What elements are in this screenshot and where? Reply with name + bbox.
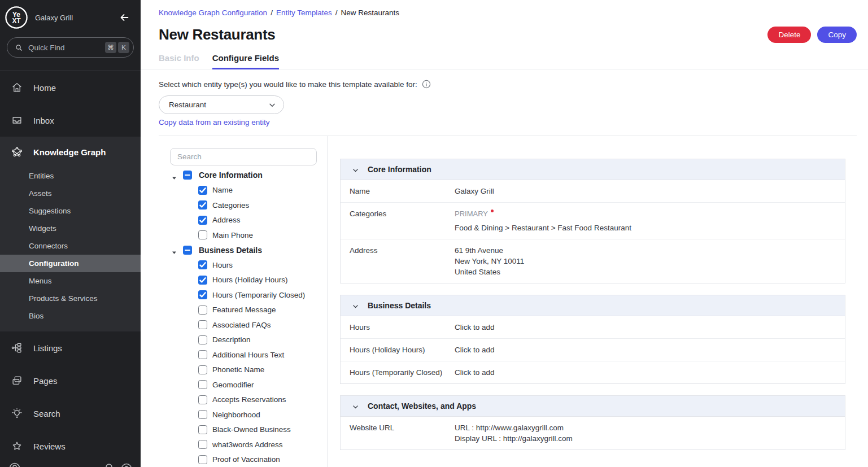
- sidebar-item-entities[interactable]: Entities: [0, 167, 141, 185]
- group-checkbox[interactable]: [183, 171, 192, 180]
- field-checkbox[interactable]: [198, 290, 207, 299]
- sidebar-item-listings[interactable]: Listings: [0, 331, 141, 364]
- preview-row-value: Click to add: [455, 367, 495, 378]
- breadcrumb-item-entity-templates[interactable]: Entity Templates: [276, 8, 332, 17]
- sidebar-item-menus[interactable]: Menus: [0, 272, 141, 290]
- field-checkbox[interactable]: [198, 455, 207, 464]
- notifications-bell-icon[interactable]: [102, 462, 116, 467]
- sidebar-nav-top: HomeInbox: [0, 71, 141, 137]
- copy-existing-entity-link[interactable]: Copy data from an existing entity: [159, 118, 270, 126]
- field-associated-faqs[interactable]: Associated FAQs: [159, 317, 327, 333]
- collapse-sidebar-arrow-icon[interactable]: [118, 11, 130, 24]
- section-header-contact-websites-and-apps[interactable]: Contact, Websites, and Apps: [341, 396, 845, 417]
- sidebar-item-assets[interactable]: Assets: [0, 185, 141, 202]
- group-checkbox[interactable]: [183, 246, 192, 255]
- primary-dot: [491, 210, 494, 212]
- tab-configure-fields[interactable]: Configure Fields: [212, 53, 279, 69]
- field-featured-message[interactable]: Featured Message: [159, 303, 327, 318]
- sidebar-item-label: Inbox: [33, 116, 54, 125]
- field-checkbox[interactable]: [198, 335, 207, 344]
- field-search-input[interactable]: [170, 148, 317, 165]
- help-icon[interactable]: [120, 462, 133, 467]
- user-avatar-icon[interactable]: [8, 461, 21, 467]
- field-hours-holiday-hours[interactable]: Hours (Holiday Hours): [159, 273, 327, 288]
- field-accepts-reservations[interactable]: Accepts Reservations: [159, 392, 327, 408]
- field-checkbox[interactable]: [198, 230, 207, 239]
- click-to-add[interactable]: Click to add: [455, 367, 495, 378]
- field-neighborhood[interactable]: Neighborhood: [159, 407, 327, 422]
- caret-down-icon[interactable]: [172, 173, 177, 178]
- preview-row-label: Categories: [350, 208, 455, 233]
- breadcrumb-separator: /: [271, 8, 273, 17]
- sidebar-item-reviews[interactable]: Reviews: [0, 430, 141, 462]
- field-checkbox[interactable]: [198, 186, 207, 195]
- sidebar-item-connectors[interactable]: Connectors: [0, 237, 141, 255]
- field-checkbox[interactable]: [198, 425, 207, 434]
- field-checkbox[interactable]: [198, 365, 207, 374]
- field-checkbox[interactable]: [198, 320, 207, 329]
- field-checkbox[interactable]: [198, 216, 207, 225]
- field-checkbox[interactable]: [198, 305, 207, 315]
- field-name[interactable]: Name: [159, 183, 327, 198]
- field-label: Neighborhood: [212, 411, 260, 419]
- field-checkbox[interactable]: [198, 350, 207, 359]
- delete-button[interactable]: Delete: [767, 27, 811, 43]
- section-header-core-information[interactable]: Core Information: [341, 159, 845, 180]
- preview-row-label: Name: [350, 186, 455, 197]
- sidebar-item-pages[interactable]: Pages: [0, 364, 141, 397]
- sidebar-item-search[interactable]: Search: [0, 397, 141, 430]
- field-black-owned-business[interactable]: Black-Owned Business: [159, 422, 327, 438]
- preview-row-hours: HoursClick to add: [341, 316, 845, 339]
- section-header-business-details[interactable]: Business Details: [341, 295, 845, 316]
- entity-type-select[interactable]: Restaurant: [159, 95, 284, 114]
- breadcrumb-item-knowledge-graph-configuration[interactable]: Knowledge Graph Configuration: [159, 8, 267, 17]
- brand-row: YeXT Galaxy Grill: [0, 0, 141, 35]
- click-to-add[interactable]: Click to add: [455, 344, 495, 355]
- click-to-add[interactable]: Click to add: [455, 322, 495, 333]
- field-what3words-address[interactable]: what3words Address: [159, 437, 327, 452]
- field-label: Proof of Vaccination: [212, 455, 280, 464]
- sidebar-item-bios[interactable]: Bios: [0, 307, 141, 325]
- sidebar-item-inbox[interactable]: Inbox: [0, 104, 141, 137]
- field-main-phone[interactable]: Main Phone: [159, 228, 327, 243]
- caret-down-icon[interactable]: [172, 247, 177, 252]
- field-group-business-details[interactable]: Business Details: [159, 243, 327, 258]
- field-checkbox[interactable]: [198, 380, 207, 389]
- sidebar-item-label: Knowledge Graph: [33, 147, 106, 157]
- preview-row-value: Galaxy Grill: [455, 186, 494, 197]
- field-proof-of-vaccination[interactable]: Proof of Vaccination: [159, 452, 327, 467]
- preview-row-label: Hours (Holiday Hours): [350, 344, 455, 355]
- sidebar-item-knowledge-graph[interactable]: Knowledge Graph: [0, 137, 141, 167]
- field-categories[interactable]: Categories: [159, 198, 327, 213]
- field-checkbox[interactable]: [198, 395, 207, 404]
- preview-row-value: URL : http://www.galaxygrill.comDisplay …: [455, 422, 573, 444]
- field-checkbox[interactable]: [198, 410, 207, 419]
- tab-basic-info[interactable]: Basic Info: [159, 53, 199, 69]
- field-checkbox[interactable]: [198, 260, 207, 269]
- copy-button[interactable]: Copy: [817, 27, 857, 43]
- field-description[interactable]: Description: [159, 333, 327, 348]
- sidebar-item-widgets[interactable]: Widgets: [0, 220, 141, 237]
- value-line: Galaxy Grill: [455, 186, 494, 197]
- field-checkbox[interactable]: [198, 440, 207, 449]
- field-hours[interactable]: Hours: [159, 257, 327, 273]
- field-geomodifier[interactable]: Geomodifier: [159, 377, 327, 392]
- section-title: Business Details: [368, 301, 431, 310]
- field-checkbox[interactable]: [198, 200, 207, 210]
- field-group-core-information[interactable]: Core Information: [159, 168, 327, 183]
- field-label: Black-Owned Business: [212, 425, 291, 434]
- field-checkbox[interactable]: [198, 276, 207, 285]
- sidebar-item-suggestions[interactable]: Suggestions: [0, 202, 141, 220]
- field-hours-temporarily-closed[interactable]: Hours (Temporarily Closed): [159, 287, 327, 303]
- field-address[interactable]: Address: [159, 213, 327, 228]
- sidebar-item-home[interactable]: Home: [0, 71, 141, 104]
- field-additional-hours-text[interactable]: Additional Hours Text: [159, 347, 327, 363]
- quick-find[interactable]: Quick Find ⌘ K: [7, 37, 134, 58]
- info-icon[interactable]: [422, 80, 431, 89]
- field-phonetic-name[interactable]: Phonetic Name: [159, 363, 327, 378]
- sidebar-item-products-services[interactable]: Products & Services: [0, 290, 141, 307]
- primary-tag-text: PRIMARY: [455, 210, 488, 218]
- sidebar-item-configuration[interactable]: Configuration: [0, 255, 141, 272]
- sidebar-item-label: Listings: [33, 343, 62, 353]
- page-header: Knowledge Graph Configuration/Entity Tem…: [141, 0, 868, 43]
